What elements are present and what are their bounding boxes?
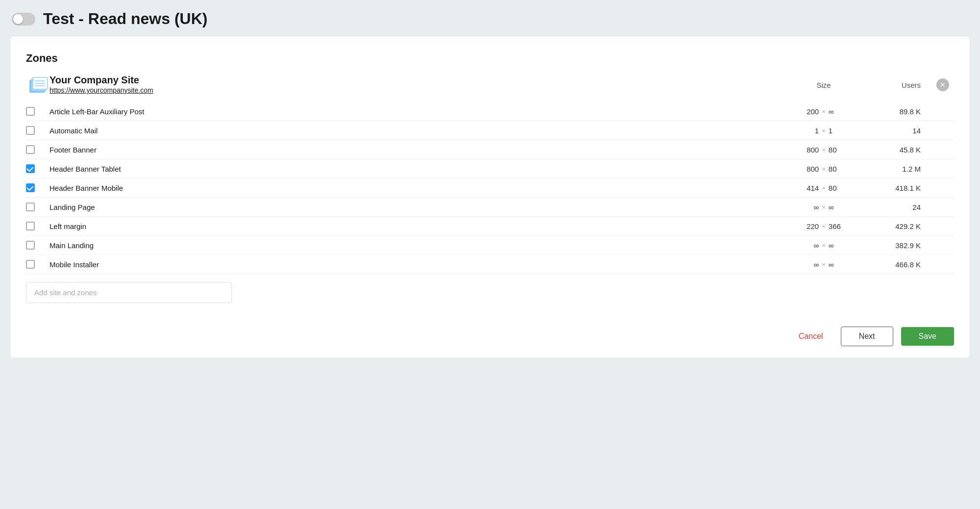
zone-times-icon: × bbox=[822, 242, 826, 249]
cancel-button[interactable]: Cancel bbox=[789, 327, 833, 346]
zone-checkbox[interactable] bbox=[26, 241, 35, 250]
zone-times-icon: × bbox=[822, 204, 826, 211]
save-button[interactable]: Save bbox=[901, 327, 954, 346]
zone-times-icon: × bbox=[822, 223, 826, 230]
zone-height: ∞ bbox=[829, 260, 846, 269]
zone-height: 80 bbox=[829, 165, 846, 173]
zone-times-icon: × bbox=[822, 127, 826, 134]
zone-size: 200×∞ bbox=[770, 107, 878, 116]
zone-size: 414×80 bbox=[770, 184, 878, 192]
zone-name: Footer Banner bbox=[49, 146, 770, 154]
zone-row: Mobile Installer∞×∞466.8 K bbox=[26, 255, 954, 274]
zone-users: 45.8 K bbox=[878, 146, 936, 154]
zone-width: 200 bbox=[801, 107, 819, 116]
site-close-button[interactable]: ✕ bbox=[936, 78, 949, 91]
zone-width: 800 bbox=[801, 146, 819, 154]
zone-name: Article Left-Bar Auxiliary Post bbox=[49, 107, 770, 116]
zone-checkbox[interactable] bbox=[26, 145, 35, 154]
zone-users: 89.8 K bbox=[878, 107, 936, 116]
zone-times-icon: × bbox=[822, 184, 826, 192]
zone-times-icon: × bbox=[822, 165, 826, 173]
zone-checkbox[interactable] bbox=[26, 126, 35, 135]
zone-row: Footer Banner800×8045.8 K bbox=[26, 140, 954, 159]
site-url[interactable]: https://www.yourcompanysite.com bbox=[49, 86, 153, 94]
add-site-row bbox=[26, 282, 954, 303]
zone-height: 80 bbox=[829, 146, 846, 154]
zone-name: Landing Page bbox=[49, 203, 770, 211]
zone-users: 1.2 M bbox=[878, 165, 936, 173]
zone-size: ∞×∞ bbox=[770, 241, 878, 250]
zone-name: Main Landing bbox=[49, 241, 770, 250]
zone-name: Header Banner Tablet bbox=[49, 165, 770, 173]
zone-name: Mobile Installer bbox=[49, 260, 770, 269]
zone-row: Left margin220×366429.2 K bbox=[26, 217, 954, 236]
zone-size: 800×80 bbox=[770, 146, 878, 154]
zone-checkbox[interactable] bbox=[26, 183, 35, 192]
zone-users: 14 bbox=[878, 127, 936, 135]
zone-users: 429.2 K bbox=[878, 222, 936, 230]
zone-height: ∞ bbox=[829, 203, 846, 211]
zone-times-icon: × bbox=[822, 146, 826, 153]
site-name: Your Company Site bbox=[49, 75, 770, 86]
col-users-header: Users bbox=[878, 81, 936, 89]
zone-size: 220×366 bbox=[770, 222, 878, 230]
zone-width: 220 bbox=[801, 222, 819, 230]
footer-actions: Cancel Next Save bbox=[26, 319, 954, 346]
zone-checkbox[interactable] bbox=[26, 203, 35, 211]
zones-list: Article Left-Bar Auxiliary Post200×∞89.8… bbox=[26, 102, 954, 274]
zone-size: 1×1 bbox=[770, 127, 878, 135]
zone-times-icon: × bbox=[822, 261, 826, 268]
site-info: Your Company Site https://www.yourcompan… bbox=[49, 75, 770, 95]
header-row: Test - Read news (UK) bbox=[10, 10, 970, 28]
zone-row: Main Landing∞×∞382.9 K bbox=[26, 236, 954, 255]
zone-size: ∞×∞ bbox=[770, 260, 878, 269]
zone-users: 382.9 K bbox=[878, 241, 936, 250]
col-close-header: ✕ bbox=[936, 78, 954, 91]
zone-width: 414 bbox=[801, 184, 819, 192]
add-site-input[interactable] bbox=[26, 282, 232, 303]
zone-checkbox[interactable] bbox=[26, 164, 35, 173]
zone-width: 1 bbox=[801, 127, 819, 135]
zone-row: Landing Page∞×∞24 bbox=[26, 198, 954, 217]
zone-height: 1 bbox=[829, 127, 846, 135]
zone-width: ∞ bbox=[801, 260, 819, 269]
col-size-header: Size bbox=[770, 81, 878, 89]
zone-row: Automatic Mail1×114 bbox=[26, 121, 954, 140]
zone-name: Header Banner Mobile bbox=[49, 184, 770, 192]
zone-width: ∞ bbox=[801, 241, 819, 250]
zone-checkbox[interactable] bbox=[26, 260, 35, 269]
zone-checkbox[interactable] bbox=[26, 222, 35, 230]
main-card: Zones Your Company Site https://www.your… bbox=[10, 36, 970, 358]
zone-name: Left margin bbox=[49, 222, 770, 230]
page-wrapper: Test - Read news (UK) Zones Your Company… bbox=[10, 10, 970, 358]
site-icon bbox=[26, 75, 49, 98]
next-button[interactable]: Next bbox=[841, 327, 893, 346]
zone-width: 800 bbox=[801, 165, 819, 173]
zones-title: Zones bbox=[26, 52, 954, 65]
zone-size: ∞×∞ bbox=[770, 203, 878, 211]
zone-row: Header Banner Tablet800×801.2 M bbox=[26, 159, 954, 178]
zone-name: Automatic Mail bbox=[49, 127, 770, 135]
zone-users: 466.8 K bbox=[878, 260, 936, 269]
zone-height: 80 bbox=[829, 184, 846, 192]
zone-size: 800×80 bbox=[770, 165, 878, 173]
zone-height: 366 bbox=[829, 222, 846, 230]
zone-times-icon: × bbox=[822, 108, 826, 115]
zone-checkbox[interactable] bbox=[26, 107, 35, 116]
zone-row: Article Left-Bar Auxiliary Post200×∞89.8… bbox=[26, 102, 954, 121]
zone-height: ∞ bbox=[829, 241, 846, 250]
toggle-switch[interactable] bbox=[12, 13, 35, 25]
zone-row: Header Banner Mobile414×80418.1 K bbox=[26, 178, 954, 198]
page-title: Test - Read news (UK) bbox=[43, 10, 207, 28]
zone-height: ∞ bbox=[829, 107, 846, 116]
zone-users: 24 bbox=[878, 203, 936, 211]
zone-width: ∞ bbox=[801, 203, 819, 211]
zone-users: 418.1 K bbox=[878, 184, 936, 192]
